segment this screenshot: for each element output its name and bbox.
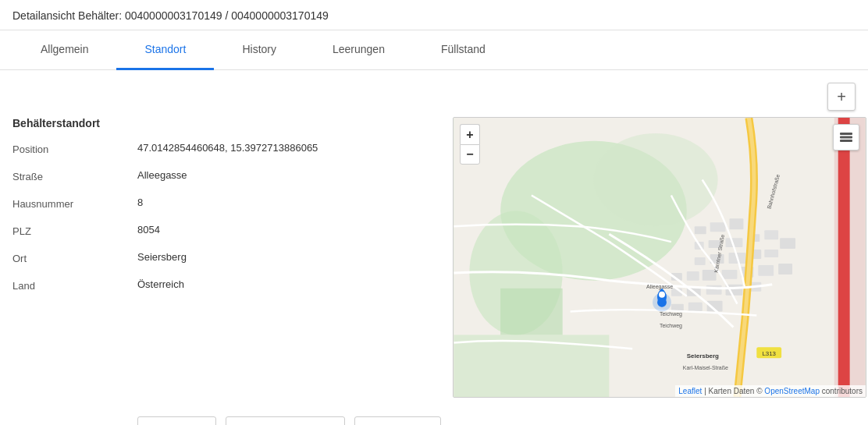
svg-rect-25 [758,265,774,276]
svg-rect-15 [695,257,706,265]
svg-rect-8 [730,218,744,229]
label-strasse: Straße [12,169,137,182]
field-ort: Ort Seiersberg [12,251,434,264]
svg-rect-49 [840,136,852,139]
field-strasse: Straße Alleegasse [12,169,434,182]
map-section: Bahnhofstraße Kärntner Straße Alleegasse… [453,117,866,398]
map-container[interactable]: Bahnhofstraße Kärntner Straße Alleegasse… [453,117,866,398]
tabs-container: Allgemein Standort History Leerungen Fül… [0,30,868,70]
add-button[interactable]: + [827,83,856,111]
svg-text:Teichweg: Teichweg [660,323,682,329]
value-hausnummer: 8 [137,197,143,208]
value-position: 47.0142854460648, 15.3972713886065 [137,142,318,154]
svg-rect-19 [764,250,778,257]
label-position: Position [12,142,137,155]
svg-rect-5 [500,289,563,335]
zoom-out-button[interactable]: − [460,144,480,165]
map-attribution: Leaflet | Karten Daten © OpenStreetMap c… [675,385,866,397]
svg-text:Karl-Maisel-Straße: Karl-Maisel-Straße [683,365,728,370]
svg-rect-14 [780,238,795,249]
tab-standort[interactable]: Standort [116,30,214,70]
page-header: Detailansicht Behälter: 0040000003170149… [0,0,868,30]
svg-rect-33 [688,303,703,312]
tab-allgemein[interactable]: Allgemein [12,30,116,70]
content-area: + Behälterstandort Position 47.014285446… [0,70,868,425]
tab-history[interactable]: History [214,30,304,70]
map-controls: + − [460,124,480,165]
tab-leerungen[interactable]: Leerungen [304,30,413,70]
form-section: Behälterstandort Position 47.01428544606… [12,117,434,398]
svg-text:Seiersberg: Seiersberg [687,352,719,359]
label-plz: PLZ [12,224,137,237]
zoom-in-button[interactable]: + [460,124,480,144]
speichern-neu-button[interactable]: Speichern und Neu [226,416,345,425]
value-ort: Seiersberg [137,251,187,263]
map-layer-button[interactable] [833,124,859,151]
value-strasse: Alleegasse [137,169,187,181]
section-title: Behälterstandort [12,117,434,129]
speichern-button[interactable]: Speichern [137,416,216,425]
svg-text:Teichweg: Teichweg [660,311,682,317]
field-land: Land Österreich [12,278,434,292]
map-svg: Bahnhofstraße Kärntner Straße Alleegasse… [454,118,866,397]
label-ort: Ort [12,251,137,264]
svg-rect-29 [706,285,722,295]
attribution-leaflet-link[interactable]: Leaflet [678,387,702,395]
buttons-row: Speichern Speichern und Neu Ausmustern [137,398,856,425]
field-hausnummer: Hausnummer 8 [12,197,434,210]
field-position: Position 47.0142854460648, 15.3972713886… [12,142,434,155]
svg-rect-50 [840,133,852,135]
page-title: Detailansicht Behälter: 0040000003170149… [12,9,329,22]
svg-text:L313: L313 [762,350,776,357]
label-hausnummer: Hausnummer [12,197,137,210]
attribution-osm-link[interactable]: OpenStreetMap [764,387,820,395]
field-plz: PLZ 8054 [12,224,434,237]
svg-text:Alleegasse: Alleegasse [646,284,673,290]
svg-point-45 [659,292,665,298]
main-section: Behälterstandort Position 47.01428544606… [12,117,856,398]
svg-rect-6 [695,226,706,234]
tab-fuellstand[interactable]: Füllstand [413,30,514,70]
svg-rect-21 [687,271,699,281]
svg-point-3 [593,133,717,226]
svg-rect-7 [710,222,726,232]
svg-rect-23 [722,270,738,279]
label-land: Land [12,278,137,292]
svg-rect-13 [764,230,778,239]
svg-rect-48 [840,140,852,142]
ausmustern-button[interactable]: Ausmustern [354,416,441,425]
value-land: Österreich [137,278,184,290]
layers-icon [838,129,854,145]
svg-rect-26 [778,264,792,274]
top-right-area: + [12,83,856,111]
value-plz: 8054 [137,224,160,236]
